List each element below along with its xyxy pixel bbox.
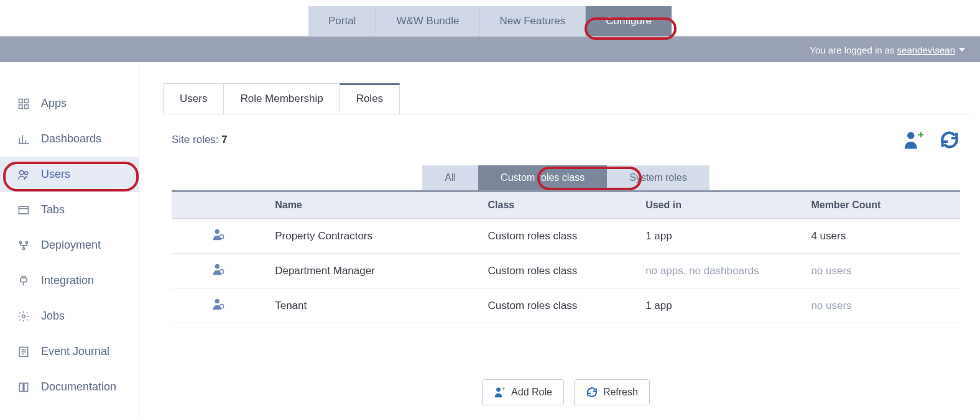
top-nav: Portal W&W Bundle New Features Configure <box>0 0 980 37</box>
cell-usedin: no apps, no dashboards <box>637 254 802 288</box>
svg-point-8 <box>19 170 24 175</box>
site-roles-count: 7 <box>221 134 227 145</box>
content-area: Users Role Membership Roles Site roles: … <box>139 62 980 419</box>
tabs-icon <box>17 204 30 216</box>
main-tabs: Users Role Membership Roles <box>163 83 969 114</box>
svg-point-26 <box>215 264 220 269</box>
add-role-label: Add Role <box>511 387 552 398</box>
add-role-button[interactable]: + Add Role <box>482 379 564 405</box>
cell-name: Property Contractors <box>266 219 479 254</box>
site-roles-text: Site roles: <box>172 134 221 145</box>
cell-membercount: no users <box>802 288 960 323</box>
integration-icon <box>17 275 30 287</box>
apps-icon <box>17 98 30 110</box>
cell-class: Custom roles class <box>479 219 637 254</box>
topnav-features[interactable]: New Features <box>479 6 586 36</box>
role-row-icon <box>172 288 266 323</box>
svg-rect-1 <box>25 99 29 103</box>
refresh-icon[interactable] <box>939 129 960 150</box>
topnav-bundle[interactable]: W&W Bundle <box>376 6 479 36</box>
cell-membercount: no users <box>802 254 960 288</box>
svg-point-29 <box>220 304 223 308</box>
table-row[interactable]: TenantCustom roles class1 appno users <box>172 288 960 323</box>
cell-usedin: 1 app <box>637 219 802 254</box>
svg-point-14 <box>22 247 24 249</box>
tab-roles[interactable]: Roles <box>340 83 400 114</box>
topnav-portal[interactable]: Portal <box>308 6 376 36</box>
svg-point-25 <box>220 234 223 238</box>
sidebar-label-eventjournal: Event Journal <box>41 345 109 358</box>
user-bar: You are logged in as seandev\sean <box>0 37 980 62</box>
sidebar-item-tabs[interactable]: Tabs <box>0 192 139 228</box>
refresh-label: Refresh <box>603 387 638 398</box>
th-membercount[interactable]: Member Count <box>802 191 960 219</box>
documentation-icon <box>17 381 30 394</box>
svg-point-27 <box>220 269 223 273</box>
table-row[interactable]: Property ContractorsCustom roles class1 … <box>172 219 960 254</box>
filter-custom[interactable]: Custom roles class <box>478 165 607 190</box>
sidebar-label-documentation: Documentation <box>41 380 116 394</box>
filter-system[interactable]: System roles <box>607 165 709 190</box>
topnav-configure[interactable]: Configure <box>586 6 672 36</box>
sidebar-item-users[interactable]: Users <box>0 157 139 192</box>
sidebar-item-jobs[interactable]: Jobs <box>0 298 139 334</box>
sidebar-item-deployment[interactable]: Deployment <box>0 228 139 263</box>
svg-point-24 <box>215 229 220 234</box>
svg-rect-2 <box>19 104 23 108</box>
svg-point-30 <box>496 388 501 392</box>
roles-table: Name Class Used in Member Count Property… <box>172 190 960 323</box>
svg-point-22 <box>907 132 914 139</box>
sidebar-label-jobs: Jobs <box>41 310 65 323</box>
sidebar-label-users: Users <box>41 168 70 181</box>
cell-class: Custom roles class <box>479 254 637 288</box>
svg-point-28 <box>215 299 220 303</box>
svg-point-17 <box>22 315 25 318</box>
roles-card: Site roles: 7 + All Custom roles class S… <box>163 114 969 419</box>
sidebar-item-apps[interactable]: Apps <box>0 86 139 121</box>
filter-tabs: All Custom roles class System roles <box>422 165 709 190</box>
svg-rect-0 <box>19 99 23 103</box>
site-roles-label: Site roles: 7 <box>172 134 228 146</box>
th-icon <box>172 191 266 219</box>
svg-text:+: + <box>918 129 924 140</box>
svg-rect-10 <box>19 206 29 214</box>
users-icon <box>17 168 30 181</box>
cell-class: Custom roles class <box>479 288 637 323</box>
caret-down-icon[interactable] <box>959 48 965 52</box>
svg-text:+: + <box>502 386 505 392</box>
eventjournal-icon <box>17 346 30 358</box>
sidebar-item-dashboards[interactable]: Dashboards <box>0 121 139 157</box>
sidebar-label-integration: Integration <box>41 274 94 287</box>
add-role-icon[interactable]: + <box>903 129 924 150</box>
sidebar-item-eventjournal[interactable]: Event Journal <box>0 334 139 369</box>
th-name[interactable]: Name <box>266 191 479 219</box>
dashboards-icon <box>17 133 30 145</box>
svg-point-12 <box>19 241 21 243</box>
cell-membercount: 4 users <box>802 219 960 254</box>
cell-name: Department Manager <box>266 254 479 288</box>
cell-usedin: 1 app <box>637 288 802 323</box>
svg-rect-15 <box>21 278 27 282</box>
svg-point-9 <box>25 172 28 175</box>
sidebar-label-apps: Apps <box>41 97 67 110</box>
tab-users[interactable]: Users <box>163 83 224 114</box>
th-usedin[interactable]: Used in <box>637 191 802 219</box>
deployment-icon <box>17 239 30 252</box>
role-row-icon <box>172 219 266 254</box>
table-row[interactable]: Department ManagerCustom roles classno a… <box>172 254 960 288</box>
sidebar-item-integration[interactable]: Integration <box>0 263 139 298</box>
cell-name: Tenant <box>266 288 479 323</box>
sidebar-item-documentation[interactable]: Documentation <box>0 369 139 405</box>
svg-rect-3 <box>25 104 29 108</box>
jobs-icon <box>17 310 30 323</box>
sidebar: Apps Dashboards Users Tabs Deployment <box>0 62 139 419</box>
login-user-link[interactable]: seandev\sean <box>897 45 955 55</box>
tab-rolemembership[interactable]: Role Membership <box>223 83 340 114</box>
th-class[interactable]: Class <box>479 191 637 219</box>
filter-all[interactable]: All <box>422 165 478 190</box>
sidebar-label-dashboards: Dashboards <box>41 132 101 145</box>
svg-point-13 <box>25 241 27 243</box>
login-prefix: You are logged in as <box>810 45 894 55</box>
refresh-button[interactable]: Refresh <box>574 379 650 405</box>
sidebar-label-tabs: Tabs <box>41 203 65 216</box>
